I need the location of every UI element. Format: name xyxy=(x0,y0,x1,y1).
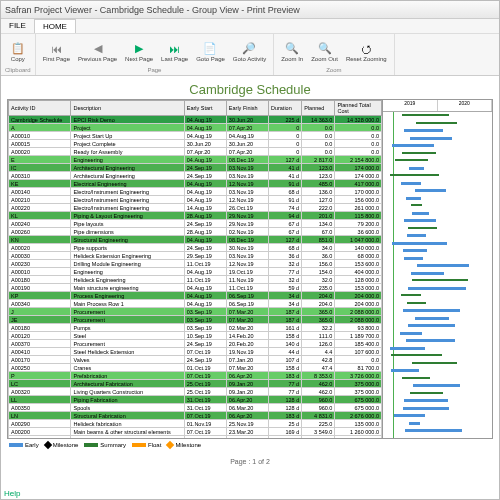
gantt-bar[interactable] xyxy=(394,414,425,417)
zoom-in-button[interactable]: 🔍Zoom In xyxy=(278,41,306,63)
gantt-bar[interactable] xyxy=(408,227,437,229)
first-page-button[interactable]: ⏮First Page xyxy=(40,41,73,63)
gantt-bar[interactable] xyxy=(401,294,421,296)
table-row[interactable]: A00120Steel10.Sep.1914.Feb.20158 d111.01… xyxy=(9,332,382,340)
zoom-out-button[interactable]: 🔍Zoom Out xyxy=(308,41,341,63)
table-row[interactable]: A00320Living Quarters Construction25.Oct… xyxy=(9,388,382,396)
reset-zoom-button[interactable]: ⭯Reset Zooming xyxy=(343,41,390,63)
table-row[interactable]: A00370Procurement24.Sep.1920.Feb.20140 d… xyxy=(9,340,382,348)
table-row[interactable]: JProcurement03.Sep.1907.Mar.20187 d365.0… xyxy=(9,308,382,316)
table-row[interactable]: A00260Pipe dimensions28.Aug.1902.Nov.196… xyxy=(9,228,382,236)
table-row[interactable]: A00210Electro/Instrument Engineering04.A… xyxy=(9,196,382,204)
table-row[interactable]: Cambridge ScheduleEPCI Risk Demo04.Aug.1… xyxy=(9,116,382,124)
gantt-bar[interactable] xyxy=(413,384,460,387)
last-page-button[interactable]: ⏭Last Page xyxy=(158,41,191,63)
col-header[interactable]: Activity ID xyxy=(9,101,71,116)
gantt-bar[interactable] xyxy=(415,189,446,192)
col-header[interactable]: Planned Total Cost xyxy=(335,101,382,116)
menu-file[interactable]: FILE xyxy=(1,19,34,33)
copy-button[interactable]: 📋 Copy xyxy=(8,41,28,63)
table-row[interactable]: A00240Pipe layouts24.Sep.1929.Nov.1967 d… xyxy=(9,220,382,228)
table-row[interactable]: A00170Valves24.Sep.1907.Jan.20107 d42.80… xyxy=(9,356,382,364)
gantt-bar[interactable] xyxy=(391,354,442,356)
gantt-bar[interactable] xyxy=(408,324,454,327)
table-row[interactable]: LCArchitectural Fabrication25.Oct.1909.J… xyxy=(9,380,382,388)
gantt-bar[interactable] xyxy=(392,242,447,245)
gantt-bar[interactable] xyxy=(403,309,461,312)
gantt-chart[interactable]: 2019 2020 xyxy=(382,100,492,438)
menu-home[interactable]: HOME xyxy=(34,19,76,33)
table-row[interactable]: A00340Drilling Module Fabrication13.Nov.… xyxy=(9,436,382,439)
next-page-button[interactable]: ▶Next Page xyxy=(122,41,156,63)
gantt-bar[interactable] xyxy=(406,197,421,200)
gantt-bar[interactable] xyxy=(404,129,443,132)
gantt-bar[interactable] xyxy=(400,332,422,335)
gantt-bar[interactable] xyxy=(407,302,427,304)
prev-page-button[interactable]: ◀Previous Page xyxy=(75,41,120,63)
gantt-bar[interactable] xyxy=(416,122,457,124)
table-row[interactable]: A00020Pipe supports24.Sep.1930.Nov.1968 … xyxy=(9,244,382,252)
table-row[interactable]: KPProcess Engineering04.Aug.1906.Sep.193… xyxy=(9,292,382,300)
gantt-bar[interactable] xyxy=(411,272,444,275)
gantt-bar[interactable] xyxy=(417,264,469,267)
table-row[interactable]: A00250Cranes01.Oct.1907.Mar.20158 d47.48… xyxy=(9,364,382,372)
gantt-bar[interactable] xyxy=(412,362,457,364)
table-row[interactable]: JEProcurement03.Sep.1907.Mar.20187 d365.… xyxy=(9,316,382,324)
table-row[interactable]: LNStructural Fabrication07.Oct.1906.Apr.… xyxy=(9,412,382,420)
table-row[interactable]: AProject04.Aug.1907.Apr.2000.00.0 xyxy=(9,124,382,132)
help-button[interactable]: Help xyxy=(4,489,20,498)
gantt-bar[interactable] xyxy=(407,234,426,237)
table-row[interactable]: A00140Electro/Instrument Engineering04.A… xyxy=(9,188,382,196)
table-row[interactable]: A00010Project Start Up04.Aug.1904.Aug.19… xyxy=(9,132,382,140)
table-row[interactable]: A00015Project Complete30.Jun.2030.Jun.20… xyxy=(9,140,382,148)
table-row[interactable]: KNStructural Engineering04.Aug.1908.Dec.… xyxy=(9,236,382,244)
gantt-bar[interactable] xyxy=(409,167,424,170)
table-row[interactable]: A00030Helideck Extension Engineering29.S… xyxy=(9,252,382,260)
gantt-bar[interactable] xyxy=(403,249,428,252)
table-row[interactable]: A00290Helideck fabrication01.Nov.1925.No… xyxy=(9,420,382,428)
gantt-bar[interactable] xyxy=(395,159,428,161)
gantt-bar[interactable] xyxy=(412,212,430,215)
table-row[interactable]: A00020Ready for Assembly07.Apr.2007.Apr.… xyxy=(9,148,382,156)
col-header[interactable]: Duration xyxy=(268,101,301,116)
table-row[interactable]: A00190Main structure engineering04.Aug.1… xyxy=(9,284,382,292)
gantt-bar[interactable] xyxy=(415,317,448,320)
table-row[interactable]: A00200Main beams & other structural elem… xyxy=(9,428,382,436)
table-row[interactable]: A00180Pumps03.Sep.1902.Mar.20161 d32.293… xyxy=(9,324,382,332)
col-header[interactable]: Planned xyxy=(302,101,335,116)
table-row[interactable]: A00010Engineering04.Aug.1919.Oct.1977 d1… xyxy=(9,268,382,276)
gantt-bar[interactable] xyxy=(412,279,468,281)
table-row[interactable]: A00340Main Process Row 104.Aug.1906.Sep.… xyxy=(9,300,382,308)
gantt-bar[interactable] xyxy=(402,152,436,154)
gantt-bar[interactable] xyxy=(409,422,421,425)
gantt-bar[interactable] xyxy=(404,257,422,260)
goto-activity-button[interactable]: 🔎Goto Activity xyxy=(230,41,269,63)
gantt-bar[interactable] xyxy=(406,339,455,342)
gantt-bar[interactable] xyxy=(410,392,443,394)
gantt-bar[interactable] xyxy=(390,347,425,350)
col-header[interactable]: Early Finish xyxy=(226,101,268,116)
schedule-table-wrap[interactable]: Activity IDDescriptionEarly StartEarly F… xyxy=(8,100,382,438)
col-header[interactable]: Description xyxy=(71,101,184,116)
gantt-bar[interactable] xyxy=(408,287,466,290)
table-row[interactable]: EEngineering04.Aug.1908.Dec.19127 d2 817… xyxy=(9,156,382,164)
gantt-bar[interactable] xyxy=(404,399,448,402)
gantt-bar[interactable] xyxy=(405,429,462,432)
gantt-bar[interactable] xyxy=(402,114,449,116)
gantt-bar[interactable] xyxy=(411,204,422,206)
table-row[interactable]: KEElectrical Engineering04.Aug.1912.Nov.… xyxy=(9,180,382,188)
table-row[interactable]: PPrefabrication07.Oct.1906.Apr.20183 d8 … xyxy=(9,372,382,380)
table-row[interactable]: ICArchitectural Engineering24.Sep.1903.N… xyxy=(9,164,382,172)
gantt-bar[interactable] xyxy=(391,369,419,372)
col-header[interactable]: Early Start xyxy=(184,101,226,116)
gantt-bar[interactable] xyxy=(401,182,421,185)
gantt-bar[interactable] xyxy=(410,137,452,140)
gantt-bar[interactable] xyxy=(392,144,434,147)
goto-page-button[interactable]: 📄Goto Page xyxy=(193,41,228,63)
table-row[interactable]: A00220Electro/Instrument Engineering14.A… xyxy=(9,204,382,212)
gantt-bar[interactable] xyxy=(402,377,430,379)
table-row[interactable]: KLPiping & Layout Engineering28.Aug.1929… xyxy=(9,212,382,220)
table-row[interactable]: A00230Drilling Module Engineering11.Oct.… xyxy=(9,260,382,268)
table-row[interactable]: A00350Spools31.Oct.1906.Mar.20128 d960.0… xyxy=(9,404,382,412)
gantt-bar[interactable] xyxy=(390,174,439,176)
